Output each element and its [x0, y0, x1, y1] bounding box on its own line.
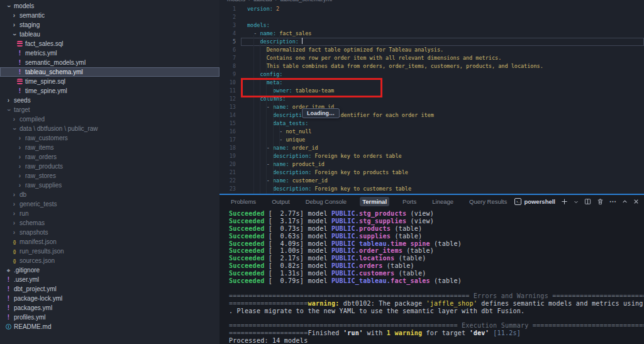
chevron-up-icon — [622, 199, 628, 204]
panel-tab-lineage[interactable]: Lineage — [430, 197, 456, 206]
terminal-token: orders — [359, 262, 383, 269]
code-line[interactable]: 1version: 2 — [219, 5, 644, 13]
code-line[interactable]: 19 description: Foreign key to orders ta… — [219, 152, 644, 160]
tree-item-seeds[interactable]: ›seeds — [0, 96, 219, 105]
terminal-line: Succeeded [ 4.09s] model PUBLIC_tableau.… — [229, 240, 644, 248]
terminal-token: customers — [359, 270, 394, 277]
code-line[interactable]: 2 — [219, 13, 644, 21]
code-line[interactable]: 22 - name: customer_id — [219, 177, 644, 185]
maximize-panel-button[interactable] — [622, 199, 628, 204]
tree-item-.gitignore[interactable]: ◆.gitignore — [0, 265, 219, 275]
code-token: - — [279, 136, 286, 143]
more-actions-button[interactable]: ⋯ — [609, 198, 616, 205]
tree-item-.user.yml[interactable]: !.user.yml — [0, 275, 219, 284]
tree-item-readme.md[interactable]: iREADME.md — [0, 322, 219, 331]
tree-item-raw_products[interactable]: ›raw_products — [0, 162, 219, 171]
tree-item-run[interactable]: ›run — [0, 209, 219, 218]
code-line[interactable]: 7 Contains one row per order item with a… — [219, 54, 644, 62]
terminal-output[interactable]: Succeeded [ 2.77s] model PUBLIC.stg_prod… — [219, 208, 644, 344]
tree-item-compiled[interactable]: ›compiled — [0, 114, 219, 124]
terminal-token: Succeeded — [229, 247, 264, 254]
code-line[interactable]: 16 - not_null — [219, 128, 644, 136]
code-line[interactable]: 13 - name: order_item_id — [219, 103, 644, 111]
tree-item-raw_items[interactable]: ›raw_items — [0, 143, 219, 152]
tree-item-models[interactable]: ›models — [0, 1, 219, 11]
code-line-text: version: 2 — [241, 5, 644, 13]
tree-item-generic_tests[interactable]: ›generic_tests — [0, 199, 219, 209]
panel-tab-terminal[interactable]: Terminal — [360, 197, 389, 206]
code-line[interactable]: 17 - unique — [219, 136, 644, 144]
code-area[interactable]: 1version: 223models:4 - name: fact_sales… — [219, 5, 644, 193]
tree-item-metrics.yml[interactable]: !metrics.yml — [0, 48, 219, 58]
tree-item-snapshots[interactable]: ›snapshots — [0, 228, 219, 237]
terminal-line: Succeeded [ 3.17s] model PUBLIC.stg_supp… — [229, 218, 644, 225]
terminal-token: (table) — [430, 240, 462, 247]
launch-profile-button[interactable] — [574, 199, 579, 204]
code-line[interactable]: 15 data_tests: — [219, 119, 644, 128]
tree-item-manifest.json[interactable]: {}manifest.json — [0, 237, 219, 247]
code-line-text: data_tests: — [241, 119, 644, 128]
tree-item-raw_supplies[interactable]: ›raw_supplies — [0, 180, 219, 190]
code-line[interactable]: 3models: — [219, 21, 644, 30]
code-line[interactable]: 20 - name: product_id — [219, 160, 644, 169]
terminal-line: ====================Finished 'run' with … — [229, 330, 644, 337]
tree-item-tableau_schema.yml[interactable]: !tableau_schema.yml — [0, 67, 219, 77]
tree-item-label: .gitignore — [14, 267, 40, 274]
close-panel-button[interactable] — [633, 199, 639, 204]
tree-item-db[interactable]: ›db — [0, 190, 219, 199]
tree-item-packages.yml[interactable]: !packages.yml — [0, 303, 219, 313]
panel-tab-ports[interactable]: Ports — [400, 197, 419, 206]
tree-item-profiles.yml[interactable]: !profiles.yml — [0, 313, 219, 322]
terminal-token: [ 3.17s] model — [264, 218, 331, 225]
yaml-file-icon: ! — [19, 60, 21, 66]
code-token — [247, 128, 279, 135]
tree-item-fact_sales.sql[interactable]: fact_sales.sql — [0, 39, 219, 48]
terminal-shell-selector[interactable]: ›_ powershell — [514, 198, 555, 205]
breadcrumb-item[interactable]: tableau — [253, 0, 272, 3]
code-token: - — [253, 30, 260, 36]
code-line[interactable]: 6 Denormalized fact table optimized for … — [219, 46, 644, 54]
tree-item-raw_stores[interactable]: ›raw_stores — [0, 171, 219, 180]
code-line[interactable]: 18 - name: order_id — [219, 144, 644, 152]
tree-item-semantic[interactable]: ›semantic — [0, 11, 219, 20]
code-token — [247, 104, 267, 110]
terminal-line: Succeeded [ 0.63s] model PUBLIC.supplies… — [229, 233, 644, 240]
powershell-icon: ›_ — [514, 198, 521, 205]
code-line[interactable]: 14 description: Unique identifier for ea… — [219, 111, 644, 119]
code-line[interactable]: 5 description: — [219, 38, 644, 46]
tree-item-dbt_project.yml[interactable]: !dbt_project.yml — [0, 284, 219, 294]
tree-item-package-lock.yml[interactable]: !package-lock.yml — [0, 294, 219, 303]
breadcrumb-item[interactable]: tableau_schema.yml — [280, 0, 333, 3]
panel-tab-problems[interactable]: Problems — [228, 197, 258, 206]
terminal-token: [ 0.73s] model — [264, 225, 331, 232]
code-line[interactable]: 8 This table combines data from orders, … — [219, 62, 644, 70]
tree-item-semantic_models.yml[interactable]: !semantic_models.yml — [0, 58, 219, 67]
line-number: 20 — [219, 160, 241, 169]
editor-pane[interactable]: models›tableau›tableau_schema.yml 1versi… — [219, 0, 644, 194]
tree-item-staging[interactable]: ›staging — [0, 20, 219, 30]
yaml-file-icon: ! — [19, 69, 21, 75]
tree-item-time_spine.sql[interactable]: time_spine.sql — [0, 77, 219, 86]
tree-item-data-dbtfusion-public_raw[interactable]: ›data \ dbtfusion \ public_raw — [0, 124, 219, 133]
tree-item-sources.json[interactable]: {}sources.json — [0, 256, 219, 265]
tree-item-run_results.json[interactable]: {}run_results.json — [0, 247, 219, 256]
tree-item-raw_orders[interactable]: ›raw_orders — [0, 152, 219, 162]
panel-tab-debug-console[interactable]: Debug Console — [303, 197, 350, 206]
close-icon — [633, 199, 639, 204]
chevron-right-icon: › — [19, 164, 21, 170]
code-line[interactable]: 21 description: Foreign key to products … — [219, 169, 644, 177]
tree-item-schemas[interactable]: ›schemas — [0, 218, 219, 228]
panel-tab-output[interactable]: Output — [269, 197, 292, 206]
panel-tab-query-results[interactable]: Query Results — [467, 197, 509, 206]
tree-item-tableau[interactable]: ›tableau — [0, 30, 219, 39]
split-terminal-button[interactable] — [584, 198, 591, 205]
code-line[interactable]: 23 description: Foreign key to customers… — [219, 185, 644, 193]
tree-item-target[interactable]: ›target — [0, 105, 219, 114]
chevron-right-icon: › — [19, 154, 21, 160]
breadcrumb-item[interactable]: models — [227, 0, 245, 3]
tree-item-time_spine.yml[interactable]: !time_spine.yml — [0, 86, 219, 96]
new-terminal-button[interactable] — [561, 198, 568, 205]
tree-item-raw_customers[interactable]: ›raw_customers — [0, 133, 219, 143]
code-line[interactable]: 4 - name: fact_sales — [219, 30, 644, 38]
kill-terminal-button[interactable] — [597, 198, 604, 205]
